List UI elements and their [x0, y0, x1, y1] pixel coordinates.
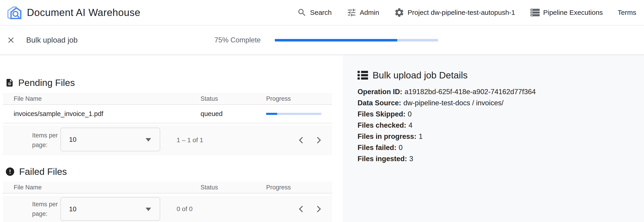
failed-files-title: Failed Files — [19, 166, 67, 177]
job-title: Bulk upload job — [26, 36, 78, 44]
main-content: Pending Files File Name Status Progress … — [0, 55, 644, 222]
job-details-title: Bulk upload job Details — [372, 70, 468, 81]
items-per-page-label: Items per page: — [32, 200, 60, 218]
job-progress-bar — [275, 39, 438, 42]
pending-files-title: Pending Files — [18, 78, 75, 88]
detail-files-in-progress: Files in progress:1 — [358, 131, 635, 142]
nav-admin-label: Admin — [360, 9, 379, 16]
column-header-file-name: File Name — [3, 184, 200, 191]
nav-project-label: Project dw-pipeline-test-autopush-1 — [408, 9, 515, 16]
failed-files-heading: Failed Files — [5, 166, 343, 178]
detail-files-skipped: Files Skipped:0 — [358, 108, 635, 120]
next-page-button[interactable] — [314, 135, 324, 145]
chevron-down-icon — [146, 208, 151, 211]
pending-files-paginator: Items per page: 10 1 – 1 of 1 — [3, 125, 332, 155]
failed-files-table: File Name Status Progress — [3, 182, 332, 194]
detail-files-checked: Files checked:4 — [358, 120, 635, 131]
detail-value: 4 — [408, 121, 412, 129]
failed-files-paginator: Items per page: 10 0 of 0 — [3, 196, 332, 222]
nav-admin[interactable]: Admin — [346, 8, 379, 18]
job-progress-label: 75% Complete — [187, 36, 261, 44]
list-icon — [358, 70, 368, 80]
nav-project[interactable]: Project dw-pipeline-test-autopush-1 — [394, 7, 515, 18]
previous-page-button[interactable] — [296, 135, 306, 145]
top-nav: Search Admin Project dw-pipeline-test-au… — [297, 7, 636, 18]
page-size-value: 10 — [69, 205, 76, 213]
document-icon — [5, 77, 14, 88]
nav-search[interactable]: Search — [297, 8, 332, 17]
page-size-select[interactable]: 10 — [60, 197, 160, 221]
column-header-status: Status — [200, 95, 266, 102]
page-size-select[interactable]: 10 — [60, 128, 160, 151]
row-progress-fill — [266, 113, 277, 115]
job-details-fields: Operation ID:a19182bd-625f-418e-a902-741… — [358, 86, 635, 164]
detail-files-failed: Files failed:0 — [358, 142, 635, 153]
column-header-status: Status — [200, 184, 266, 191]
column-header-progress: Progress — [266, 184, 332, 191]
detail-value: 3 — [409, 155, 413, 163]
page-range-label: 1 – 1 of 1 — [176, 125, 203, 155]
row-file-name: invoices/sample_invoice_1.pdf — [3, 110, 200, 118]
nav-terms[interactable]: Terms — [618, 9, 636, 16]
row-status: queued — [200, 110, 266, 118]
page-size-value: 10 — [69, 136, 76, 143]
detail-files-ingested: Files ingested:3 — [358, 153, 635, 164]
chevron-down-icon — [146, 138, 151, 142]
app-header: Document AI Warehouse Search Admin Proje… — [0, 0, 644, 26]
pending-files-table: File Name Status Progress invoices/sampl… — [3, 93, 332, 123]
job-details-heading: Bulk upload job Details — [358, 69, 635, 81]
tune-icon — [346, 8, 357, 18]
pending-files-heading: Pending Files — [5, 77, 343, 89]
failed-table-header: File Name Status Progress — [3, 182, 332, 194]
detail-value: 0 — [408, 110, 412, 118]
search-icon — [297, 8, 307, 17]
nav-terms-label: Terms — [618, 9, 636, 16]
table-row[interactable]: invoices/sample_invoice_1.pdf queued — [3, 105, 332, 123]
nav-pipeline-executions[interactable]: Pipeline Executions — [530, 8, 603, 18]
gear-icon — [394, 7, 404, 18]
row-progress-bar — [266, 113, 321, 115]
app-title: Document AI Warehouse — [27, 7, 140, 18]
job-details-panel: Bulk upload job Details Operation ID:a19… — [343, 55, 644, 222]
detail-operation-id: Operation ID:a19182bd-625f-418e-a902-741… — [358, 86, 635, 97]
next-page-button[interactable] — [314, 204, 324, 214]
nav-search-label: Search — [310, 9, 332, 16]
pending-table-header: File Name Status Progress — [3, 93, 332, 105]
detail-value: a19182bd-625f-418e-a902-74162d77f364 — [404, 88, 536, 96]
close-icon[interactable] — [6, 36, 16, 45]
detail-value: 1 — [418, 132, 422, 140]
pipeline-executions-icon — [530, 8, 540, 18]
nav-pipeline-executions-label: Pipeline Executions — [543, 9, 603, 16]
document-warehouse-logo-icon — [6, 6, 22, 20]
job-progress-fill — [275, 39, 397, 42]
previous-page-button[interactable] — [296, 204, 306, 214]
detail-data-source: Data Source:dw-pipeline-test-docs / invo… — [358, 97, 635, 108]
column-header-file-name: File Name — [3, 95, 200, 102]
detail-value: dw-pipeline-test-docs / invoices/ — [403, 99, 504, 107]
column-header-progress: Progress — [266, 95, 332, 102]
page-range-label: 0 of 0 — [176, 196, 192, 222]
detail-value: 0 — [399, 144, 403, 152]
error-icon — [5, 166, 15, 177]
items-per-page-label: Items per page: — [32, 130, 60, 150]
row-progress-cell — [266, 113, 332, 115]
job-header-bar: Bulk upload job 75% Complete — [0, 26, 644, 55]
files-pane: Pending Files File Name Status Progress … — [0, 55, 343, 222]
